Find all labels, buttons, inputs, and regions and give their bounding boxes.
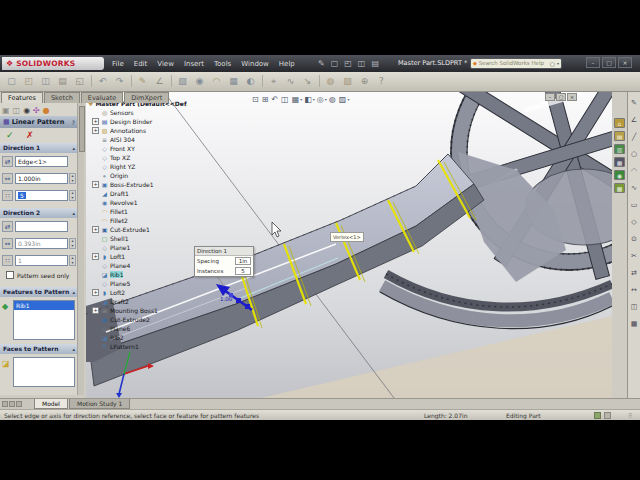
tree-item[interactable]: + ⊞ Mounting Boss1 (88, 306, 194, 315)
pencil-icon[interactable]: ✎ (318, 59, 325, 68)
direction1-group-header[interactable]: Direction 1 ▴ (0, 143, 78, 153)
fillet-icon[interactable]: ◠ (208, 73, 225, 89)
print-icon[interactable]: ▤ (371, 59, 379, 68)
expand-toggle[interactable] (92, 262, 99, 269)
spacing-spinner[interactable]: ▴▾ (69, 173, 76, 184)
edit-appearance-icon[interactable]: ◍ (322, 73, 339, 89)
tree-item[interactable]: + ▧ Annotations (88, 126, 194, 135)
reverse-direction-button[interactable]: ⇄ (2, 156, 13, 167)
search-input[interactable]: Search SolidWorks Help (479, 60, 548, 66)
close-button[interactable]: × (618, 57, 632, 68)
new-icon[interactable]: ▢ (3, 73, 20, 89)
document-tab[interactable]: Motion Study 1 (69, 399, 130, 409)
trim-icon[interactable]: ✂ (631, 253, 637, 260)
tree-item[interactable]: ◇ Right YZ (88, 162, 194, 171)
expand-toggle[interactable] (92, 154, 99, 161)
faces-to-pattern-list[interactable] (13, 357, 75, 387)
sketch-icon[interactable]: ✎ (134, 73, 151, 89)
command-tab[interactable]: DimXpert (124, 92, 169, 103)
section-view-icon[interactable]: ◫ (281, 95, 290, 104)
tree-item[interactable]: + ▣ Boss-Extrude1 (88, 180, 194, 189)
hide-show-items-icon[interactable]: ◎ ▾ (317, 95, 327, 104)
expand-toggle[interactable] (92, 235, 99, 242)
save-icon[interactable]: ◫ (358, 59, 366, 68)
previous-view-icon[interactable]: ↶ (271, 95, 279, 104)
expand-toggle[interactable]: + (92, 253, 99, 260)
tree-item[interactable]: ◪ Rib2 (88, 333, 194, 342)
splitter-button[interactable] (16, 401, 22, 407)
help-icon[interactable]: ? (373, 73, 390, 89)
instant3d-icon[interactable]: ↘ (299, 73, 316, 89)
reference-geometry-icon[interactable]: ⌖ (265, 73, 282, 89)
edit-appearance-icon[interactable]: ◍ (329, 95, 337, 104)
tree-item[interactable]: ◇ Plane4 (88, 261, 194, 270)
curves-icon[interactable]: ∿ (282, 73, 299, 89)
print-icon[interactable]: ▤ (54, 73, 71, 89)
instances-field[interactable]: 5 (15, 190, 68, 201)
expand-toggle[interactable] (92, 145, 99, 152)
features-to-pattern-list[interactable]: Rib1 (13, 300, 75, 340)
command-tab[interactable]: Features (1, 92, 43, 103)
menu-window[interactable]: Window (241, 60, 269, 68)
units-icon[interactable] (604, 412, 611, 419)
tree-item[interactable]: + ▣ Cut-Extrude1 (88, 225, 194, 234)
direction2-group-header[interactable]: Direction 2 ▴ (0, 208, 78, 218)
custom-properties-icon[interactable]: ▩ (614, 183, 625, 193)
command-tab[interactable]: Evaluate (81, 92, 123, 103)
open-document-icon[interactable]: ◰ (344, 59, 352, 68)
expand-toggle[interactable]: + (92, 289, 99, 296)
direction2-edge-field[interactable] (15, 221, 68, 232)
sketch-icon[interactable]: ✎ (631, 100, 637, 107)
smart-dimension-icon[interactable]: ∠ (631, 117, 637, 124)
view-orientation-icon[interactable]: ▦ ▾ (292, 95, 303, 104)
tree-item[interactable]: ◉ Revolve1 (88, 198, 194, 207)
apply-scene-icon[interactable]: ▨ (339, 73, 356, 89)
quick-tips-icon[interactable] (594, 412, 601, 419)
pattern-entities-icon[interactable]: ▦ (631, 321, 638, 328)
print-preview-icon[interactable]: ◱ (71, 73, 88, 89)
command-tab[interactable]: Sketch (44, 92, 80, 103)
mirror-icon[interactable]: ◐ (242, 73, 259, 89)
redo-icon[interactable]: ↷ (111, 73, 128, 89)
minimize-button[interactable]: – (586, 57, 600, 68)
tree-item[interactable]: ◢ Draft1 (88, 189, 194, 198)
direction2-instances-field[interactable]: 1 (15, 255, 68, 266)
solidworks-resources-icon[interactable]: ⌂ (614, 118, 625, 128)
direction2-instances-spinner[interactable]: ▴▾ (69, 255, 76, 266)
tree-item[interactable]: ▢ Shell1 (88, 234, 194, 243)
features-to-pattern-header[interactable]: Features to Pattern ▴ (0, 287, 78, 297)
expand-toggle[interactable] (92, 334, 99, 341)
spacing-field[interactable]: 1.000in (15, 173, 68, 184)
expand-toggle[interactable] (92, 199, 99, 206)
convert-entities-icon[interactable]: ⇄ (631, 270, 637, 277)
zoom-area-icon[interactable]: ⊞ (262, 95, 270, 104)
instant3d-icon[interactable]: ◉ (23, 106, 30, 115)
expand-toggle[interactable] (92, 163, 99, 170)
tree-item[interactable]: ≡ AISI 304 (88, 135, 194, 144)
display-style-icon[interactable]: ◧ ▾ (304, 95, 315, 104)
tree-item[interactable]: + ◗ Loft1 (88, 252, 194, 261)
reverse-direction-button[interactable]: ⇄ (2, 221, 13, 232)
ok-button[interactable]: ✓ (6, 130, 14, 140)
tree-item[interactable]: ◇ Plane6 (88, 324, 194, 333)
search-box[interactable]: ◆ Search SolidWorks Help ○ ▾ (470, 58, 562, 69)
tree-item[interactable]: ⠿ LPattern1 (88, 342, 194, 351)
expand-toggle[interactable] (92, 217, 99, 224)
doc-minimize-button[interactable]: – (545, 93, 555, 101)
appearances-icon[interactable]: ◉ (614, 170, 625, 180)
tree-item[interactable]: ▣ Cut-Extrude2 (88, 315, 194, 324)
expand-toggle[interactable]: + (92, 307, 99, 314)
new-document-icon[interactable]: ▢ (331, 59, 339, 68)
options-icon[interactable]: ⊕ (356, 73, 373, 89)
menu-insert[interactable]: Insert (184, 60, 204, 68)
search-caret-icon[interactable]: ▾ (557, 61, 559, 66)
search-icon[interactable]: ○ (550, 60, 555, 67)
pattern-seed-only-checkbox[interactable] (6, 271, 14, 279)
expand-toggle[interactable]: + (92, 118, 99, 125)
expand-toggle[interactable] (92, 325, 99, 332)
linear-pattern-icon[interactable]: ✣ (33, 106, 40, 115)
revolved-boss-icon[interactable]: ◫ (13, 106, 21, 115)
tree-item[interactable]: ◇ Plane1 (88, 243, 194, 252)
expand-toggle[interactable]: + (92, 181, 99, 188)
tree-item[interactable]: ◠ Fillet1 (88, 207, 194, 216)
